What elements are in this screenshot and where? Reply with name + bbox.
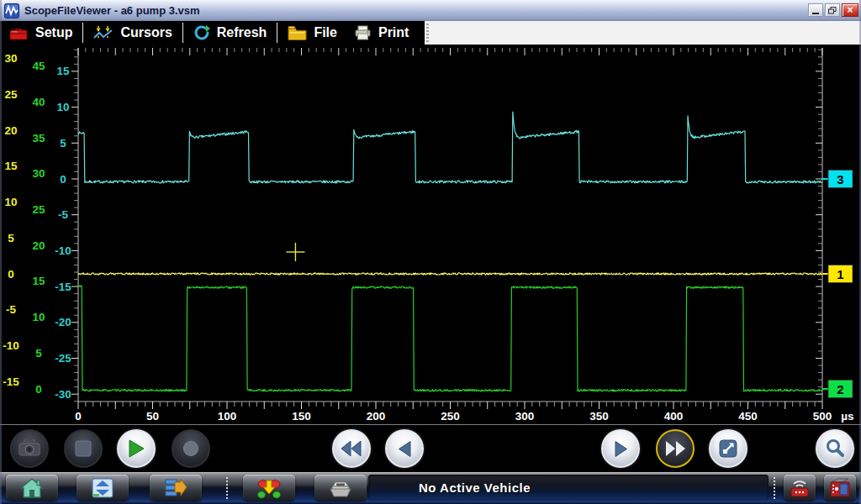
vehicle-info-icon [329, 478, 352, 498]
y-axis-labels-channel-1: 302520151050-5-10-15 [3, 52, 19, 387]
play-button[interactable] [117, 429, 156, 468]
minimize-button[interactable] [808, 3, 823, 17]
taskbar-separator [774, 477, 775, 499]
setup-button[interactable]: Setup [0, 22, 81, 44]
print-button[interactable]: Print [346, 22, 417, 44]
y-axis-labels-channel-2: 454035302520151050 [32, 60, 45, 395]
print-label: Print [378, 25, 409, 40]
channel-marker-label: 1 [837, 267, 843, 281]
y-tick-label: 5 [60, 137, 66, 150]
restore-button[interactable] [825, 3, 840, 17]
file-button[interactable]: File [279, 22, 346, 44]
cursors-icon [93, 24, 114, 41]
titlebar: ScopeFileViewer - a6 pump 3.vsm × [0, 0, 861, 21]
y-tick-label: 10 [56, 101, 69, 113]
y-tick-label: -20 [55, 316, 71, 328]
screen-record-button[interactable] [824, 475, 856, 501]
channel-1-trace [78, 273, 822, 275]
toolbar-grip[interactable] [426, 24, 429, 42]
channel-marker-label: 2 [837, 382, 843, 396]
minimize-icon [812, 13, 819, 14]
scope-file-viewer-window: ScopeFileViewer - a6 pump 3.vsm × [0, 0, 861, 504]
window-switch-button[interactable] [77, 475, 129, 501]
y-tick-label: 15 [56, 65, 70, 77]
vehicle-id-icon [256, 477, 282, 499]
x-tick-label: 0 [75, 410, 82, 423]
refresh-button[interactable]: Refresh [185, 22, 276, 44]
toolbar-separator [182, 23, 183, 43]
folder-icon [288, 25, 307, 40]
y-tick-label: -5 [58, 208, 68, 221]
y-tick-label: -5 [6, 303, 16, 316]
fast-forward-button[interactable] [656, 429, 695, 468]
double-left-arrow-icon [341, 441, 362, 456]
y-tick-label: 0 [8, 268, 14, 281]
y-tick-label: -10 [55, 244, 71, 257]
toolbar-separator [277, 23, 277, 43]
setup-label: Setup [35, 25, 72, 40]
x-tick-label: 400 [664, 410, 684, 423]
x-tick-label: 100 [218, 410, 237, 423]
stop-button[interactable] [64, 429, 103, 468]
home-icon [20, 477, 44, 499]
step-forward-button[interactable] [601, 429, 640, 468]
scope-app-icon [4, 3, 19, 18]
x-axis-labels: 050100150200250300350400450500µs [75, 410, 853, 423]
y-tick-label: 5 [35, 347, 42, 360]
home-button[interactable] [6, 475, 58, 501]
snapshot-button[interactable] [10, 429, 49, 468]
channel-3-marker[interactable]: 3 [822, 171, 853, 188]
taskbar-separator [226, 477, 228, 499]
skip-to-start-button[interactable] [332, 429, 371, 468]
record-icon [182, 440, 199, 457]
y-tick-label: -30 [55, 388, 71, 401]
x-tick-label: 250 [441, 410, 460, 423]
file-label: File [314, 25, 337, 40]
restore-icon [828, 7, 837, 14]
y-tick-label: 20 [4, 124, 17, 137]
expand-button[interactable] [709, 429, 747, 468]
printer-icon [354, 25, 372, 40]
step-back-button[interactable] [385, 429, 424, 468]
channel-2-trace [78, 286, 822, 391]
zoom-button[interactable] [816, 429, 854, 468]
wireless-button[interactable] [784, 475, 816, 501]
magnifier-icon [825, 438, 845, 459]
x-tick-label: 200 [367, 410, 386, 423]
y-tick-label: 0 [60, 173, 66, 186]
data-list-icon [164, 477, 188, 499]
toolbox-icon [8, 25, 29, 41]
refresh-icon [193, 24, 210, 41]
play-icon [128, 439, 145, 458]
cursors-label: Cursors [120, 25, 172, 40]
x-axis-unit-label: µs [841, 410, 853, 423]
window-title: ScopeFileViewer - a6 pump 3.vsm [24, 4, 200, 17]
crosshair-cursor[interactable] [286, 243, 304, 261]
scope-plot[interactable]: 302520151050-5-10-1545403530252015105015… [0, 45, 861, 424]
record-button[interactable] [172, 429, 210, 468]
y-axis-labels-channel-3: 151050-5-10-15-20-25-30 [55, 65, 71, 400]
toolbar: Setup Cursors Refresh [0, 21, 861, 45]
x-tick-label: 450 [738, 410, 758, 423]
refresh-label: Refresh [217, 25, 267, 40]
y-tick-label: 15 [32, 275, 45, 287]
channel-2-marker[interactable]: 2 [822, 381, 853, 398]
camera-icon [17, 439, 42, 458]
y-tick-label: 25 [32, 203, 45, 216]
screen-record-icon [828, 477, 852, 499]
y-tick-label: 10 [32, 311, 45, 323]
vehicle-info-button[interactable] [314, 475, 367, 501]
y-tick-label: -25 [55, 352, 71, 365]
y-tick-label: 25 [4, 88, 18, 101]
expand-icon [718, 438, 738, 459]
left-arrow-icon [399, 441, 411, 457]
data-list-button[interactable] [150, 475, 202, 501]
close-button[interactable]: × [842, 3, 858, 17]
double-right-arrow-icon [665, 441, 685, 456]
channel-1-marker[interactable]: 1 [822, 265, 853, 283]
cursors-button[interactable]: Cursors [85, 22, 180, 44]
stop-icon [75, 440, 92, 457]
y-tick-label: 30 [32, 167, 45, 180]
x-tick-label: 500 [813, 410, 832, 423]
vehicle-id-button[interactable] [243, 475, 295, 501]
